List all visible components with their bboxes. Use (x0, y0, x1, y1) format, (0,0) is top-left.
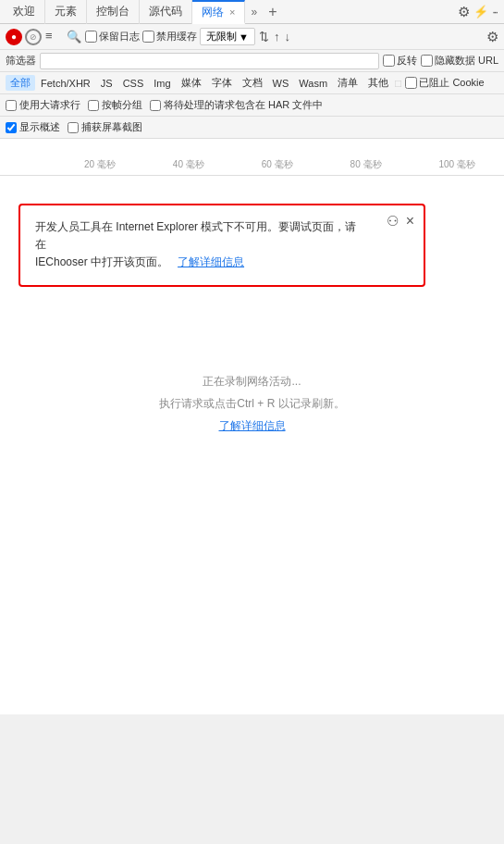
invert-checkbox[interactable]: 反转 (383, 54, 417, 68)
type-filter-other[interactable]: 其他 (363, 75, 393, 91)
filter-label: 筛选器 (6, 54, 36, 68)
type-js-label: JS (101, 78, 113, 89)
hide-data-url-checkbox[interactable]: 隐藏数据 URL (421, 54, 498, 68)
alert-close-icon[interactable]: × (406, 213, 414, 230)
include-har-checkbox[interactable]: 将待处理的请求包含在 HAR 文件中 (150, 98, 323, 112)
timeline-area: 20 毫秒 40 毫秒 60 毫秒 80 毫秒 100 毫秒 (0, 139, 504, 176)
clear-icon: ≡ (45, 29, 53, 43)
throttle-label: 无限制 (206, 30, 237, 43)
record-button[interactable]: ● (6, 29, 22, 45)
tab-network-close[interactable]: × (229, 6, 235, 18)
clear-button[interactable]: ≡ (44, 28, 63, 46)
type-font-label: 字体 (212, 77, 232, 88)
empty-area (0, 437, 504, 714)
pause-button[interactable]: ⊘ (25, 29, 42, 45)
devtools-connect-icon[interactable]: ⚡ (473, 5, 488, 19)
show-overview-checkbox[interactable]: 显示概述 (6, 120, 60, 134)
filter-row: 筛选器 反转 隐藏数据 URL (0, 50, 504, 72)
type-filter-css[interactable]: CSS (118, 77, 149, 90)
tab-elements[interactable]: 元素 (45, 0, 87, 24)
devtools-more-icon[interactable]: ··· (492, 5, 497, 19)
timeline-label-20: 20 毫秒 (84, 158, 116, 171)
type-filter-all[interactable]: 全部 (6, 75, 35, 91)
options-row-2: 显示概述 捕获屏幕截图 (0, 117, 504, 139)
type-filter-js[interactable]: JS (96, 77, 117, 90)
record-icon: ● (11, 31, 17, 42)
type-filter-img[interactable]: Img (149, 77, 175, 90)
recording-status: 正在录制网络活动... (0, 370, 504, 392)
preserve-log-input[interactable] (85, 31, 97, 43)
include-har-input[interactable] (150, 100, 161, 111)
hide-data-url-input[interactable] (421, 55, 433, 67)
tab-settings-area: ⚙ ⚡ ··· (454, 4, 500, 20)
preserve-log-label: 保留日志 (99, 30, 140, 43)
tab-add-button[interactable]: + (263, 0, 282, 24)
capture-screenshot-checkbox[interactable]: 捕获屏幕截图 (68, 120, 142, 134)
main-content: ⚇ × 开发人员工具在 Internet Explorer 模式下不可用。要调试… (0, 176, 504, 714)
network-conditions-icon[interactable]: ⇅ (258, 29, 270, 44)
type-filter-doc[interactable]: 文档 (238, 75, 267, 91)
disable-cache-checkbox[interactable]: 禁用缓存 (142, 30, 197, 43)
timeline-label-100: 100 毫秒 (438, 158, 474, 171)
status-area: 正在录制网络活动... 执行请求或点击Ctrl + R 以记录刷新。 了解详细信… (0, 370, 504, 437)
group-by-frame-input[interactable] (88, 100, 99, 111)
type-filter-media[interactable]: 媒体 (177, 75, 206, 91)
type-other-label: 其他 (368, 77, 388, 88)
type-manifest-label: 清单 (338, 77, 358, 88)
group-by-frame-label: 按帧分组 (102, 98, 142, 112)
capture-screenshot-label: 捕获屏幕截图 (81, 120, 142, 134)
invert-label: 反转 (397, 54, 417, 68)
timeline-label-60: 60 毫秒 (262, 158, 293, 171)
devtools-settings-icon[interactable]: ⚙ (458, 4, 470, 20)
type-filter-font[interactable]: 字体 (207, 75, 237, 91)
use-large-rows-label: 使用大请求行 (19, 98, 80, 112)
import-icon[interactable]: ↑ (273, 29, 281, 44)
disable-cache-label: 禁用缓存 (156, 30, 197, 43)
alert-share-icon[interactable]: ⚇ (387, 213, 399, 230)
alert-icons: ⚇ × (387, 213, 414, 230)
filter-input[interactable] (40, 53, 379, 69)
group-by-frame-checkbox[interactable]: 按帧分组 (88, 98, 142, 112)
tab-bar: 欢迎 元素 控制台 源代码 网络 × » + ⚙ ⚡ ··· (0, 0, 504, 24)
disable-cache-input[interactable] (142, 31, 154, 43)
tab-network-label: 网络 (202, 5, 224, 20)
throttle-selector[interactable]: 无限制 ▼ (200, 28, 255, 45)
tab-console[interactable]: 控制台 (87, 0, 140, 24)
use-large-rows-checkbox[interactable]: 使用大请求行 (6, 98, 80, 112)
type-filter-ws[interactable]: WS (268, 77, 294, 90)
type-all-label: 全部 (10, 77, 31, 88)
tab-sources[interactable]: 源代码 (140, 0, 192, 24)
type-filter-wasm[interactable]: Wasm (294, 77, 332, 90)
type-filter-fetch[interactable]: Fetch/XHR (36, 77, 95, 90)
export-icon[interactable]: ↓ (283, 29, 291, 44)
tab-network[interactable]: 网络 × (192, 0, 245, 24)
tab-console-label: 控制台 (96, 4, 129, 19)
tab-more-button[interactable]: » (245, 0, 263, 24)
show-overview-input[interactable] (6, 122, 17, 133)
search-button[interactable]: 🔍 (66, 29, 82, 44)
network-toolbar: ● ⊘ ≡ 🔍 保留日志 禁用缓存 无限制 ▼ ⇅ ↑ ↓ ⚙ (0, 24, 504, 50)
use-large-rows-input[interactable] (6, 100, 17, 111)
tab-sources-label: 源代码 (149, 4, 182, 19)
show-overview-label: 显示概述 (19, 120, 60, 134)
blocked-cookie-checkbox[interactable]: 已阻止 Cookie (405, 76, 484, 90)
type-separator: □ (395, 77, 401, 90)
preserve-log-checkbox[interactable]: 保留日志 (85, 30, 140, 43)
timeline-label-80: 80 毫秒 (350, 158, 382, 171)
network-settings-icon[interactable]: ⚙ (486, 29, 498, 45)
tab-welcome[interactable]: 欢迎 (4, 0, 45, 24)
pause-icon: ⊘ (30, 32, 37, 42)
invert-input[interactable] (383, 55, 395, 67)
type-ws-label: WS (273, 78, 289, 89)
type-filter-row: 全部 Fetch/XHR JS CSS Img 媒体 字体 文档 WS Wasm… (0, 72, 504, 94)
type-filter-manifest[interactable]: 清单 (333, 75, 363, 91)
type-img-label: Img (154, 78, 170, 89)
blocked-cookie-input[interactable] (405, 77, 417, 89)
capture-screenshot-input[interactable] (68, 122, 79, 133)
blocked-cookie-label: 已阻止 Cookie (419, 76, 484, 90)
status-learn-more-link[interactable]: 了解详细信息 (219, 419, 286, 432)
alert-learn-more-link[interactable]: 了解详细信息 (178, 255, 244, 268)
type-css-label: CSS (123, 78, 144, 89)
instruction-text: 执行请求或点击Ctrl + R 以记录刷新。 (0, 392, 504, 415)
search-icon: 🔍 (67, 30, 81, 43)
